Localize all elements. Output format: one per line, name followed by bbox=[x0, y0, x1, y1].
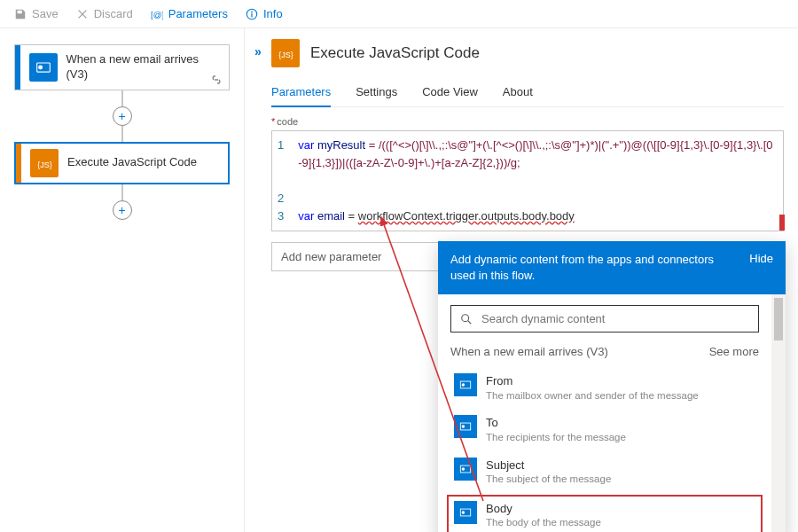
code-field-label: *code bbox=[271, 116, 784, 127]
info-icon bbox=[246, 8, 258, 20]
svg-point-9 bbox=[462, 315, 469, 322]
code-editor[interactable]: 1 2 3 var myResult = /(([^<>()[\]\\.,;:\… bbox=[271, 130, 784, 231]
outlook-icon bbox=[454, 501, 477, 524]
info-label: Info bbox=[263, 7, 283, 20]
save-button[interactable]: Save bbox=[7, 4, 66, 24]
save-icon bbox=[14, 8, 27, 20]
svg-point-13 bbox=[462, 384, 466, 387]
dc-header-text: Add dynamic content from the apps and co… bbox=[450, 252, 739, 284]
trigger-node[interactable]: When a new email arrives (V3) bbox=[14, 44, 230, 90]
search-icon bbox=[460, 313, 473, 325]
svg-point-16 bbox=[462, 426, 466, 429]
save-label: Save bbox=[32, 7, 59, 20]
dc-item-subject[interactable]: SubjectThe subject of the message bbox=[450, 451, 759, 493]
collapse-toggle[interactable]: » bbox=[245, 28, 271, 532]
info-button[interactable]: Info bbox=[239, 4, 290, 24]
svg-line-10 bbox=[468, 321, 472, 325]
svg-text:[@]: [@] bbox=[151, 9, 163, 19]
line-gutter: 1 2 3 bbox=[272, 131, 291, 231]
outlook-icon bbox=[29, 53, 58, 82]
trigger-title: When a new email arrives (V3) bbox=[66, 45, 229, 90]
panel-tabs: Parameters Settings Code View About bbox=[271, 80, 784, 107]
dc-scrollbar[interactable] bbox=[771, 294, 786, 532]
dynamic-content-popup: Add dynamic content from the apps and co… bbox=[438, 241, 786, 532]
connector-line bbox=[121, 184, 123, 200]
dc-search-input[interactable] bbox=[481, 312, 749, 325]
panel-title: Execute JavaScript Code bbox=[310, 44, 480, 62]
dc-item-from[interactable]: FromThe mailbox owner and sender of the … bbox=[450, 367, 759, 409]
node-stripe bbox=[16, 144, 21, 183]
discard-button[interactable]: Discard bbox=[69, 4, 140, 24]
link-icon bbox=[209, 74, 223, 86]
svg-text:{JS}: {JS} bbox=[37, 160, 52, 168]
dc-item-body[interactable]: BodyThe body of the message bbox=[447, 495, 763, 532]
dc-section-title: When a new email arrives (V3) bbox=[450, 345, 608, 358]
tab-parameters[interactable]: Parameters bbox=[271, 80, 331, 107]
dc-search-box[interactable] bbox=[450, 305, 759, 332]
code-content[interactable]: var myResult = /(([^<>()[\]\\.,;:\s@"]+(… bbox=[291, 131, 783, 231]
dc-item-to[interactable]: ToThe recipients for the message bbox=[450, 409, 759, 450]
designer-canvas: When a new email arrives (V3) + {JS} Exe… bbox=[0, 28, 244, 532]
svg-point-19 bbox=[462, 467, 466, 471]
connector-line bbox=[121, 126, 123, 142]
tab-codeview[interactable]: Code View bbox=[422, 80, 478, 106]
tab-about[interactable]: About bbox=[503, 80, 533, 106]
close-icon bbox=[76, 8, 89, 20]
discard-label: Discard bbox=[94, 7, 133, 20]
command-bar: Save Discard [@] Parameters Info bbox=[0, 0, 798, 28]
outlook-icon bbox=[454, 373, 477, 396]
svg-point-6 bbox=[38, 65, 43, 69]
action-node[interactable]: {JS} Execute JavaScript Code bbox=[14, 142, 230, 184]
action-title: Execute JavaScript Code bbox=[67, 148, 204, 177]
parameters-label: Parameters bbox=[168, 7, 228, 20]
connector-line bbox=[121, 90, 123, 106]
hide-button[interactable]: Hide bbox=[749, 252, 773, 284]
svg-rect-3 bbox=[251, 13, 252, 17]
parameters-icon: [@] bbox=[151, 8, 163, 20]
add-step-button[interactable]: + bbox=[113, 106, 132, 126]
add-step-button[interactable]: + bbox=[113, 200, 132, 220]
see-more-link[interactable]: See more bbox=[709, 345, 759, 358]
js-icon: {JS} bbox=[30, 149, 59, 177]
error-marker bbox=[779, 215, 785, 231]
svg-point-2 bbox=[251, 11, 253, 12]
node-stripe bbox=[15, 45, 20, 90]
svg-point-22 bbox=[462, 511, 466, 514]
tab-settings[interactable]: Settings bbox=[356, 80, 397, 106]
parameters-button[interactable]: [@] Parameters bbox=[144, 4, 235, 24]
svg-text:{JS}: {JS} bbox=[278, 51, 293, 59]
outlook-icon bbox=[454, 458, 477, 481]
js-icon: {JS} bbox=[271, 39, 300, 67]
outlook-icon bbox=[454, 415, 477, 438]
